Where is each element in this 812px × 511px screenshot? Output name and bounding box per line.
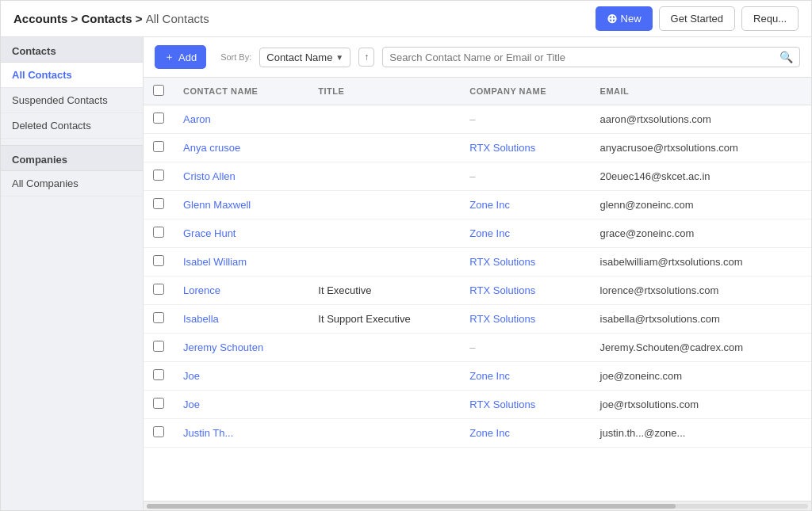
email-cell: 20euec146@skcet.ac.in	[591, 162, 811, 191]
row-checkbox[interactable]	[153, 341, 164, 352]
row-checkbox[interactable]	[153, 426, 164, 437]
contacts-table-container: CONTACT NAME TITLE COMPANY NAME EMAIL Aa…	[144, 78, 811, 501]
search-input[interactable]	[389, 51, 779, 63]
sort-order-button[interactable]: ↑	[358, 48, 374, 67]
contact-name-cell: Glenn Maxwell	[174, 191, 308, 219]
company-name-cell: RTX Solutions	[460, 134, 590, 162]
company-name-link[interactable]: RTX Solutions	[469, 256, 535, 268]
email-cell: joe@rtxsolutions.com	[591, 391, 811, 419]
row-checkbox-cell	[144, 191, 174, 219]
select-all-checkbox[interactable]	[153, 85, 164, 96]
table-row: Aaron–aaron@rtxsolutions.com	[144, 105, 811, 134]
sidebar-companies-header: Companies	[1, 145, 143, 171]
email-cell: aaron@rtxsolutions.com	[591, 105, 811, 134]
column-contact-name: CONTACT NAME	[174, 78, 308, 105]
contact-name-link[interactable]: Isabella	[183, 313, 219, 325]
title-cell	[308, 391, 460, 419]
sort-by-label: Sort By:	[220, 52, 251, 62]
add-button[interactable]: ＋ Add	[155, 45, 206, 69]
company-name-link[interactable]: Zone Inc	[469, 227, 510, 239]
row-checkbox-cell	[144, 162, 174, 191]
company-name-cell: RTX Solutions	[460, 305, 590, 334]
sort-select[interactable]: Contact Name ▼	[259, 48, 350, 67]
row-checkbox[interactable]	[153, 112, 164, 124]
get-started-button[interactable]: Get Started	[659, 6, 735, 31]
sort-value: Contact Name	[266, 51, 332, 63]
email-cell: isabelwilliam@rtxsolutions.com	[591, 248, 811, 276]
row-checkbox[interactable]	[153, 284, 164, 295]
row-checkbox[interactable]	[153, 227, 164, 238]
company-name-cell: Zone Inc	[460, 362, 590, 391]
sidebar-item-deleted-contacts[interactable]: Deleted Contacts	[1, 113, 143, 139]
company-name-link[interactable]: Zone Inc	[469, 199, 510, 211]
new-button[interactable]: ⊕ New	[596, 6, 653, 31]
row-checkbox-cell	[144, 248, 174, 276]
row-checkbox[interactable]	[153, 255, 164, 266]
contact-name-cell: Jeremy Schouten	[174, 334, 308, 362]
contact-name-cell: Joe	[174, 362, 308, 391]
contact-name-link[interactable]: Aaron	[183, 113, 211, 125]
table-row: Justin Th...Zone Incjustin.th...@zone...	[144, 419, 811, 448]
row-checkbox[interactable]	[153, 170, 164, 181]
company-name-link[interactable]: RTX Solutions	[469, 399, 535, 410]
company-name-link[interactable]: Zone Inc	[469, 427, 510, 439]
row-checkbox[interactable]	[153, 312, 164, 323]
table-row: LorenceIt ExecutiveRTX Solutionslorence@…	[144, 276, 811, 305]
chevron-down-icon: ▼	[335, 53, 343, 62]
row-checkbox[interactable]	[153, 369, 164, 380]
main-content: ＋ Add Sort By: Contact Name ▼ ↑ 🔍	[144, 37, 811, 510]
horizontal-scrollbar[interactable]	[144, 501, 811, 510]
company-name-cell: Zone Inc	[460, 191, 590, 219]
sidebar-item-all-contacts[interactable]: All Contacts	[1, 63, 143, 88]
table-row: Cristo Allen–20euec146@skcet.ac.in	[144, 162, 811, 191]
email-cell: Jeremy.Schouten@cadrex.com	[591, 334, 811, 362]
company-name-cell: Zone Inc	[460, 219, 590, 248]
contact-name-cell: Justin Th...	[174, 419, 308, 448]
requ-button[interactable]: Requ...	[741, 6, 799, 31]
contact-name-link[interactable]: Grace Hunt	[183, 227, 236, 239]
contact-name-cell: Grace Hunt	[174, 219, 308, 248]
company-name-link[interactable]: Zone Inc	[469, 370, 510, 382]
contact-name-link[interactable]: Anya crusoe	[183, 142, 240, 154]
contact-name-link[interactable]: Justin Th...	[183, 427, 233, 439]
email-cell: glenn@zoneinc.com	[591, 191, 811, 219]
row-checkbox-cell	[144, 276, 174, 305]
contact-name-link[interactable]: Joe	[183, 370, 200, 382]
contact-name-link[interactable]: Lorence	[183, 284, 220, 296]
company-name-cell: Zone Inc	[460, 419, 590, 448]
company-name-link[interactable]: RTX Solutions	[469, 142, 535, 154]
header-checkbox-cell	[144, 78, 174, 105]
title-cell: It Support Executive	[308, 305, 460, 334]
row-checkbox-cell	[144, 105, 174, 134]
contact-name-link[interactable]: Jeremy Schouten	[183, 341, 263, 353]
title-cell	[308, 105, 460, 134]
add-label: Add	[178, 51, 197, 63]
company-name-cell: –	[460, 334, 590, 362]
contact-name-cell: Isabel William	[174, 248, 308, 276]
row-checkbox[interactable]	[153, 398, 164, 409]
row-checkbox[interactable]	[153, 198, 164, 209]
contact-name-link[interactable]: Cristo Allen	[183, 170, 236, 182]
row-checkbox[interactable]	[153, 141, 164, 152]
table-row: Glenn MaxwellZone Incglenn@zoneinc.com	[144, 191, 811, 219]
contact-name-cell: Joe	[174, 391, 308, 419]
table-row: JoeRTX Solutionsjoe@rtxsolutions.com	[144, 391, 811, 419]
contact-name-cell: Lorence	[174, 276, 308, 305]
table-row: IsabellaIt Support ExecutiveRTX Solution…	[144, 305, 811, 334]
company-name-link[interactable]: RTX Solutions	[469, 284, 535, 296]
scrollbar-thumb	[147, 504, 676, 509]
contact-name-link[interactable]: Glenn Maxwell	[183, 199, 251, 211]
sidebar-item-suspended-contacts[interactable]: Suspended Contacts	[1, 88, 143, 113]
contact-name-link[interactable]: Joe	[183, 399, 200, 410]
company-name-cell: –	[460, 105, 590, 134]
contact-name-link[interactable]: Isabel William	[183, 256, 247, 268]
sidebar-item-all-companies[interactable]: All Companies	[1, 171, 143, 196]
row-checkbox-cell	[144, 334, 174, 362]
column-company-name: COMPANY NAME	[460, 78, 590, 105]
title-cell	[308, 419, 460, 448]
company-name-cell: –	[460, 162, 590, 191]
table-row: Grace HuntZone Incgrace@zoneinc.com	[144, 219, 811, 248]
table-header-row: CONTACT NAME TITLE COMPANY NAME EMAIL	[144, 78, 811, 105]
company-name-link[interactable]: RTX Solutions	[469, 313, 535, 325]
title-cell	[308, 134, 460, 162]
